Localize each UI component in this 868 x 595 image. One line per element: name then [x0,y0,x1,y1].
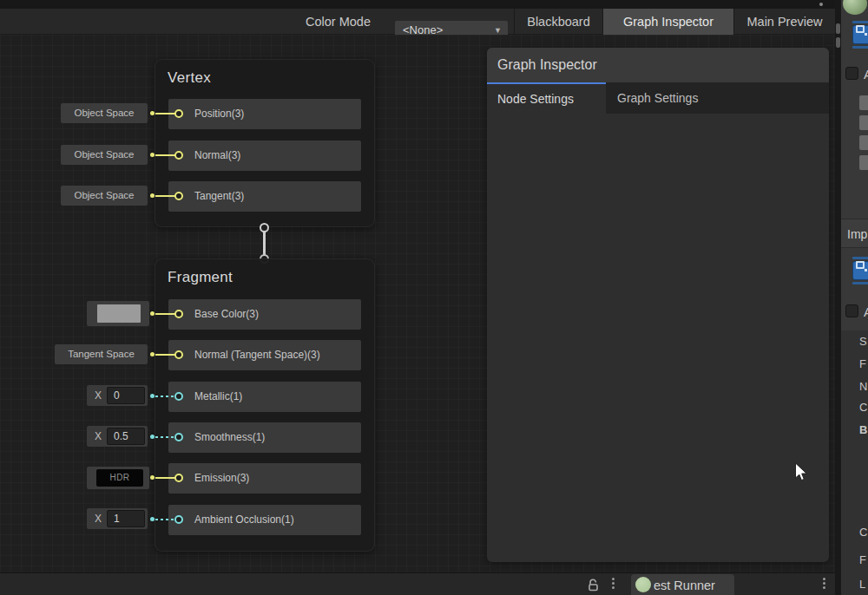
blackboard-button[interactable]: Blackboard [515,9,602,35]
port-label: Normal(3) [194,141,240,171]
truncated-field-label: S [859,335,867,348]
inspector-tabstrip: Node Settings Graph Settings [487,82,829,114]
truncated-field-label: B [859,423,867,436]
truncated-field-label: N [859,380,867,393]
connector-dot [150,193,155,198]
connector-line [155,354,176,356]
truncated-label: A [864,304,868,319]
x-component-label: X [95,508,102,529]
tab-node-settings[interactable]: Node Settings [487,82,606,114]
port-label: Base Color(3) [194,299,259,330]
inspector-checkbox[interactable] [845,67,858,80]
vertex-node[interactable]: Vertex Position(3) Normal(3) Tangent(3) [155,59,375,227]
truncated-field-label: L [859,578,865,591]
port-label: Ambient Occlusion(1) [194,505,294,535]
truncated-field-label: C [859,526,867,539]
connector-dot [150,153,155,157]
divider-mark [836,23,840,34]
divider-mark [836,37,840,48]
port-label: Normal (Tangent Space)(3) [194,340,320,370]
normal-space-dropdown[interactable]: Object Space [61,145,148,165]
x-component-label: X [95,426,102,447]
connector-dot [150,517,155,521]
fragment-node[interactable]: Fragment Base Color(3) Normal (Tangent S… [155,258,375,552]
connector-line [155,436,176,438]
inspector-mini-button[interactable] [859,95,868,110]
smoothness-field: X 0.5 [87,426,148,447]
unity-inspector-panel: Imp A A S F N C B C F L [841,0,868,595]
port-label: Smoothness(1) [194,422,265,453]
base-color-swatch[interactable] [97,304,141,323]
connector-dot [150,352,155,356]
vertex-row-position: Position(3) [168,99,361,129]
normal-ts-space-dropdown[interactable]: Tangent Space [55,344,148,364]
shader-graph-asset-icon [852,21,868,50]
inspector-mini-button[interactable] [859,115,868,130]
port-label: Position(3) [194,99,244,129]
ambient-occlusion-field: X 1 [87,508,148,529]
panel-divider[interactable] [835,0,841,595]
truncated-field-label: F [859,357,866,370]
connector-line [155,313,176,315]
inspector-checkbox[interactable] [845,304,858,317]
ambient-occlusion-value-input[interactable]: 1 [107,510,145,527]
color-mode-label: Color Mode [306,9,371,35]
graph-inspector-title: Graph Inspector [497,48,597,82]
bottom-tab-bar: est Runner [0,572,835,595]
fragment-row-ambient-occlusion: Ambient Occlusion(1) [168,505,361,535]
test-runner-status-icon [635,577,651,592]
inspector-mini-button[interactable] [859,155,868,170]
window-top-strip [0,0,835,9]
truncated-label: A [864,67,868,82]
graph-inspector-panel: Graph Inspector Node Settings Graph Sett… [487,48,829,562]
imported-object-header: Imp [841,219,868,248]
main-preview-button[interactable]: Main Preview [734,9,835,35]
imported-object-label: Imp [847,219,867,249]
connector-dot [150,394,155,398]
port-label: Tangent(3) [194,181,244,212]
tangent-space-dropdown[interactable]: Object Space [61,186,148,206]
connector-line [155,154,176,156]
test-runner-tab[interactable]: est Runner [631,574,734,595]
vertex-row-tangent: Tangent(3) [168,181,361,212]
shader-graph-window: Color Mode <None> ▼ Blackboard Graph Ins… [0,0,868,595]
connector-dot [150,311,155,316]
truncated-field-label: F [859,553,866,566]
port-label: Metallic(1) [194,382,242,412]
connector-line [155,477,176,479]
graph-inspector-header[interactable]: Graph Inspector [487,48,829,82]
tab-graph-settings[interactable]: Graph Settings [617,82,698,114]
unlock-icon[interactable] [587,578,601,592]
position-space-dropdown[interactable]: Object Space [61,103,148,123]
fragment-row-emission: Emission(3) [168,463,361,494]
test-runner-label: est Runner [654,574,715,595]
fragment-row-smoothness: Smoothness(1) [168,422,361,453]
x-component-label: X [95,385,102,406]
connector-dot [150,435,155,439]
scroll-dot [819,3,823,6]
graph-inspector-button[interactable]: Graph Inspector [603,9,733,35]
fragment-row-metallic: Metallic(1) [168,382,361,412]
connector-line [155,396,176,397]
emission-hdr-swatch[interactable]: HDR [96,469,143,487]
base-color-well [87,301,149,326]
kebab-menu-icon[interactable] [612,578,615,592]
connector-dot [150,475,155,480]
stack-connector-line [263,231,266,257]
smoothness-value-input[interactable]: 0.5 [107,428,145,445]
connector-line [155,113,176,114]
connector-line [155,195,176,197]
kebab-menu-icon[interactable] [823,578,826,592]
vertex-row-normal: Normal(3) [168,141,361,171]
stack-connector-top[interactable] [260,223,269,232]
fragment-row-normal-ts: Normal (Tangent Space)(3) [168,340,361,370]
connector-line [155,519,176,520]
metallic-value-input[interactable]: 0 [107,387,145,404]
truncated-field-label: C [859,401,867,414]
fragment-node-title: Fragment [168,269,233,286]
vertex-node-title: Vertex [168,69,211,87]
mouse-cursor [794,462,810,483]
emission-color-well: HDR [87,467,149,489]
shader-graph-asset-icon [852,257,868,286]
inspector-mini-button[interactable] [859,135,868,150]
